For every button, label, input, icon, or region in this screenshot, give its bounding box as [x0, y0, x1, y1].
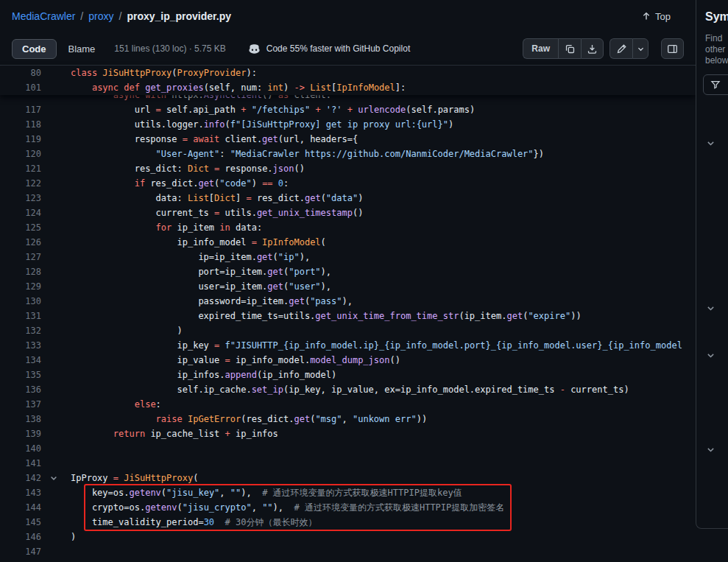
edit-actions-group [609, 38, 649, 59]
code-line: 144 crypto=os.getenv("jisu_crypto", ""),… [0, 500, 696, 515]
code-text: ip_infos.append(ip_info_model) [71, 368, 336, 382]
symbols-panel-description: Find other below [705, 33, 728, 66]
line-number[interactable]: 141 [0, 456, 41, 471]
fold-gutter [41, 338, 71, 353]
code-text: expired_time_ts=utils.get_unix_time_from… [71, 309, 582, 323]
line-number[interactable]: 134 [0, 353, 41, 368]
line-number[interactable]: 131 [0, 309, 41, 323]
copilot-banner: Code 55% faster with GitHub Copilot [248, 43, 410, 55]
code-line: 132 ) [0, 323, 696, 338]
line-number[interactable]: 142 [0, 471, 41, 485]
download-raw-button[interactable] [581, 38, 604, 59]
copy-raw-button[interactable] [558, 38, 581, 59]
symbols-panel-toggle-button[interactable] [661, 38, 684, 59]
breadcrumb-folder-link[interactable]: proxy [88, 10, 113, 22]
code-line: 131 expired_time_ts=utils.get_unix_time_… [0, 309, 696, 323]
code-line: 119 response = await client.get(url, hea… [0, 132, 696, 147]
fold-gutter [41, 515, 71, 530]
chevron-down-icon [637, 45, 645, 53]
line-number[interactable]: 125 [0, 220, 41, 235]
copilot-banner-text: Code 55% faster with GitHub Copilot [266, 43, 410, 54]
line-number[interactable]: 126 [0, 235, 41, 250]
line-number[interactable]: 118 [0, 117, 41, 132]
breadcrumb: MediaCrawler / proxy / proxy_ip_provider… [12, 10, 231, 22]
fold-gutter [41, 250, 71, 264]
line-number[interactable]: 128 [0, 264, 41, 279]
line-number[interactable]: 133 [0, 338, 41, 353]
fold-gutter [41, 117, 71, 132]
code-line: 140 [0, 441, 696, 456]
code-text: ip_key = f"JISUHTTP_{ip_info_model.ip}_{… [71, 338, 682, 353]
line-number[interactable]: 119 [0, 132, 41, 147]
line-number[interactable]: 138 [0, 412, 41, 426]
fold-gutter [41, 191, 71, 206]
line-number[interactable]: 117 [0, 102, 41, 117]
file-header: MediaCrawler / proxy / proxy_ip_provider… [0, 0, 696, 32]
fold-gutter [41, 544, 71, 559]
code-text: url = self.api_path + "/fetchips" + '?' … [71, 102, 475, 117]
code-line: 128 port=ip_item.get("port"), [0, 264, 696, 279]
line-number[interactable]: 147 [0, 544, 41, 559]
line-number[interactable]: 135 [0, 368, 41, 382]
symbols-description-line: other [705, 44, 728, 55]
line-number[interactable]: 143 [0, 485, 41, 500]
line-number[interactable]: 139 [0, 426, 41, 441]
line-number[interactable]: 136 [0, 382, 41, 397]
line-number[interactable]: 101 [0, 80, 41, 95]
line-number[interactable] [0, 95, 41, 102]
code-line: 101 async def get_proxies(self, num: int… [0, 80, 696, 95]
symbols-description-line: Find [705, 33, 728, 44]
symbols-section-chevron-icon[interactable] [705, 444, 715, 454]
line-number[interactable]: 137 [0, 397, 41, 412]
fold-gutter [41, 147, 71, 161]
line-number[interactable]: 130 [0, 294, 41, 309]
line-number[interactable]: 123 [0, 191, 41, 206]
code-line: 126 ip_info_model = IpInfoModel( [0, 235, 696, 250]
tab-blame[interactable]: Blame [58, 39, 106, 59]
code-text: crypto=os.getenv("jisu_crypto", ""), # 通… [71, 500, 504, 515]
back-to-top-label: Top [655, 11, 671, 22]
symbols-section-chevron-icon[interactable] [705, 303, 715, 313]
breadcrumb-repo-link[interactable]: MediaCrawler [12, 10, 75, 22]
line-number[interactable]: 80 [0, 66, 41, 80]
code-text: class JiSuHttpProxy(ProxyProvider): [71, 66, 257, 80]
filter-funnel-icon [710, 80, 721, 90]
code-text: ) [71, 530, 76, 544]
code-line: 138 raise IpGetError(res_dict.get("msg",… [0, 412, 696, 426]
pencil-icon [616, 43, 627, 55]
code-text: data: List[Dict] = res_dict.get("data") [71, 191, 363, 206]
panel-toggle-group [661, 38, 684, 59]
code-blame-switch: Code Blame [12, 39, 105, 59]
line-number[interactable]: 122 [0, 176, 41, 191]
symbols-section-chevron-icon[interactable] [705, 350, 715, 360]
line-number[interactable]: 146 [0, 530, 41, 544]
edit-file-button[interactable] [609, 38, 632, 59]
fold-gutter [41, 66, 71, 80]
line-number[interactable]: 124 [0, 206, 41, 220]
line-number[interactable]: 140 [0, 441, 41, 456]
fold-gutter [41, 220, 71, 235]
code-line: 141 [0, 456, 696, 471]
fold-gutter [41, 485, 71, 500]
code-line: async with httpx.AsyncClient() as client… [0, 95, 696, 102]
line-number[interactable]: 121 [0, 161, 41, 176]
symbols-filter-button[interactable] [703, 74, 728, 95]
code-line: 142IpProxy = JiSuHttpProxy( [0, 471, 696, 485]
fold-gutter [41, 80, 71, 95]
line-number[interactable]: 129 [0, 279, 41, 294]
fold-gutter [41, 412, 71, 426]
back-to-top-button[interactable]: Top [641, 11, 671, 22]
line-number[interactable]: 144 [0, 500, 41, 515]
raw-button[interactable]: Raw [523, 38, 558, 59]
symbols-section-chevron-icon[interactable] [705, 138, 715, 148]
line-number[interactable]: 120 [0, 147, 41, 161]
fold-gutter [41, 161, 71, 176]
edit-dropdown-button[interactable] [632, 38, 649, 59]
line-number[interactable]: 127 [0, 250, 41, 264]
fold-toggle[interactable] [41, 471, 71, 485]
code-text: ) [71, 323, 183, 338]
fold-gutter [41, 397, 71, 412]
line-number[interactable]: 132 [0, 323, 41, 338]
line-number[interactable]: 145 [0, 515, 41, 530]
tab-code[interactable]: Code [12, 39, 57, 59]
